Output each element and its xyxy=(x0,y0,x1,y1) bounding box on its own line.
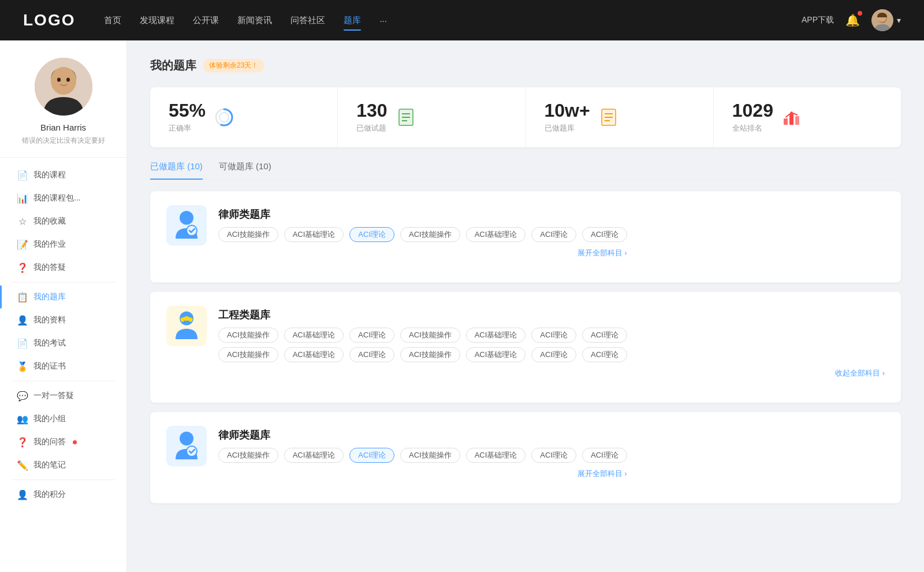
svg-point-24 xyxy=(187,225,197,236)
tag-0-6[interactable]: ACI理论 xyxy=(582,227,627,242)
profile-motto: 错误的决定比没有决定要好 xyxy=(22,136,105,146)
qa-icon: ❓ xyxy=(17,262,28,273)
sidebar-item-certificate[interactable]: 🏅 我的证书 xyxy=(0,355,126,378)
page-title: 我的题库 xyxy=(150,58,196,73)
notification-bell[interactable]: 🔔 xyxy=(845,13,860,27)
tag-1-7[interactable]: ACI技能操作 xyxy=(218,347,278,362)
tag-2-3[interactable]: ACI技能操作 xyxy=(400,448,460,463)
tag-0-2[interactable]: ACI理论 xyxy=(349,227,394,242)
exam-icon: 📄 xyxy=(17,338,28,348)
bank-header-1: 工程类题库 ACI技能操作 ACI基础理论 ACI理论 ACI技能操作 ACI基… xyxy=(166,306,885,378)
nav-qa[interactable]: 问答社区 xyxy=(290,13,325,28)
stat-questions-done: 130 已做试题 xyxy=(338,87,526,147)
collapse-link-1[interactable]: 收起全部科目 › xyxy=(218,368,885,378)
sidebar-item-profile[interactable]: 👤 我的资料 xyxy=(0,309,126,332)
svg-rect-21 xyxy=(795,116,799,125)
sidebar-item-qa[interactable]: ❓ 我的答疑 xyxy=(0,256,126,279)
expand-link-2[interactable]: 展开全部科目 › xyxy=(218,469,627,479)
1on1-icon: 💬 xyxy=(17,391,28,401)
tag-2-1[interactable]: ACI基础理论 xyxy=(284,448,344,463)
qa-badge-dot xyxy=(73,440,77,444)
svg-rect-19 xyxy=(784,118,788,125)
notes-icon: ✏️ xyxy=(17,460,28,470)
question-bank-icon: 📋 xyxy=(17,292,28,302)
tag-1-3[interactable]: ACI技能操作 xyxy=(400,328,460,343)
lawyer-bank-icon-2 xyxy=(166,426,207,466)
sidebar-item-my-qa[interactable]: ❓ 我的问答 xyxy=(0,430,126,454)
sidebar-item-label: 我的课程包... xyxy=(33,193,81,203)
stat-ranking: 1029 全站排名 xyxy=(714,87,901,147)
svg-point-6 xyxy=(57,78,61,82)
tag-0-5[interactable]: ACI理论 xyxy=(531,227,576,242)
homework-icon: 📝 xyxy=(17,239,28,250)
svg-point-5 xyxy=(51,67,76,92)
tag-1-2[interactable]: ACI理论 xyxy=(349,328,394,343)
expand-link-0[interactable]: 展开全部科目 › xyxy=(218,248,627,258)
stat-info-ranking: 1029 全站排名 xyxy=(732,101,773,133)
tag-2-4[interactable]: ACI基础理论 xyxy=(466,448,526,463)
sidebar-menu: 📄 我的课程 📊 我的课程包... ☆ 我的收藏 📝 我的作业 ❓ 我的答疑 � xyxy=(0,158,126,512)
sidebar-item-course[interactable]: 📄 我的课程 xyxy=(0,164,126,187)
stat-value-correct: 55% xyxy=(169,101,206,120)
sidebar-item-label: 我的答疑 xyxy=(33,262,66,273)
bank-card-0: 律师类题库 ACI技能操作 ACI基础理论 ACI理论 ACI技能操作 ACI基… xyxy=(150,191,901,283)
tab-available[interactable]: 可做题库 (10) xyxy=(219,161,271,179)
tag-1-10[interactable]: ACI技能操作 xyxy=(400,347,460,362)
tag-0-4[interactable]: ACI基础理论 xyxy=(466,227,526,242)
stat-label-ranking: 全站排名 xyxy=(732,123,773,133)
nav-discover[interactable]: 发现课程 xyxy=(140,13,174,28)
bank-card-2: 律师类题库 ACI技能操作 ACI基础理论 ACI理论 ACI技能操作 ACI基… xyxy=(150,412,901,503)
course-icon: 📄 xyxy=(17,170,28,180)
tag-2-5[interactable]: ACI理论 xyxy=(531,448,576,463)
tag-0-1[interactable]: ACI基础理论 xyxy=(284,227,344,242)
sidebar-item-label: 我的考试 xyxy=(33,338,66,348)
trial-badge: 体验剩余23天！ xyxy=(203,59,264,72)
tag-2-2[interactable]: ACI理论 xyxy=(349,448,394,463)
tags-row-1a: ACI技能操作 ACI基础理论 ACI理论 ACI技能操作 ACI基础理论 AC… xyxy=(218,328,885,343)
tag-2-0[interactable]: ACI技能操作 xyxy=(218,448,278,463)
tag-0-3[interactable]: ACI技能操作 xyxy=(400,227,460,242)
tag-1-13[interactable]: ACI理论 xyxy=(582,347,627,362)
tag-1-0[interactable]: ACI技能操作 xyxy=(218,328,278,343)
tag-0-0[interactable]: ACI技能操作 xyxy=(218,227,278,242)
nav-question-bank[interactable]: 题库 xyxy=(344,13,361,28)
svg-rect-26 xyxy=(184,321,189,324)
tag-1-9[interactable]: ACI理论 xyxy=(349,347,394,362)
app-download-link[interactable]: APP下载 xyxy=(802,15,834,25)
profile-section: Brian Harris 错误的决定比没有决定要好 xyxy=(0,58,126,158)
sidebar-item-group[interactable]: 👥 我的小组 xyxy=(0,407,126,430)
lawyer-bank-icon-0 xyxy=(166,205,207,246)
questions-icon xyxy=(396,107,416,128)
nav-home[interactable]: 首页 xyxy=(104,13,121,28)
stat-label-correct: 正确率 xyxy=(169,123,206,133)
tag-1-5[interactable]: ACI理论 xyxy=(531,328,576,343)
tag-1-4[interactable]: ACI基础理论 xyxy=(466,328,526,343)
sidebar-item-question-bank[interactable]: 📋 我的题库 xyxy=(0,285,126,309)
nav-more[interactable]: ··· xyxy=(379,13,387,28)
bank-title-2: 律师类题库 ACI技能操作 ACI基础理论 ACI理论 ACI技能操作 ACI基… xyxy=(218,426,627,479)
tag-1-1[interactable]: ACI基础理论 xyxy=(284,328,344,343)
sidebar-item-points[interactable]: 👤 我的积分 xyxy=(0,483,126,506)
nav-news[interactable]: 新闻资讯 xyxy=(237,13,272,28)
sidebar-item-notes[interactable]: ✏️ 我的笔记 xyxy=(0,454,126,477)
tag-2-6[interactable]: ACI理论 xyxy=(582,448,627,463)
nav-open-course[interactable]: 公开课 xyxy=(193,13,219,28)
dropdown-arrow: ▾ xyxy=(897,16,901,25)
stat-info-bank: 10w+ 已做题库 xyxy=(545,101,590,133)
sidebar-item-course-package[interactable]: 📊 我的课程包... xyxy=(0,187,126,210)
tab-done[interactable]: 已做题库 (10) xyxy=(150,161,203,179)
sidebar-item-favorites[interactable]: ☆ 我的收藏 xyxy=(0,210,126,233)
tag-1-11[interactable]: ACI基础理论 xyxy=(466,347,526,362)
sidebar-item-exam[interactable]: 📄 我的考试 xyxy=(0,332,126,355)
sidebar-item-label: 我的题库 xyxy=(33,292,66,302)
sidebar-item-1on1[interactable]: 💬 一对一答疑 xyxy=(0,384,126,407)
user-avatar-menu[interactable]: ▾ xyxy=(871,9,901,31)
bank-header-0: 律师类题库 ACI技能操作 ACI基础理论 ACI理论 ACI技能操作 ACI基… xyxy=(166,205,885,258)
sidebar-item-homework[interactable]: 📝 我的作业 xyxy=(0,233,126,256)
tag-1-6[interactable]: ACI理论 xyxy=(582,328,627,343)
page-header: 我的题库 体验剩余23天！ xyxy=(150,58,901,73)
stat-info-correct: 55% 正确率 xyxy=(169,101,206,133)
tag-1-8[interactable]: ACI基础理论 xyxy=(284,347,344,362)
tag-1-12[interactable]: ACI理论 xyxy=(531,347,576,362)
sidebar-divider-3 xyxy=(12,480,115,480)
